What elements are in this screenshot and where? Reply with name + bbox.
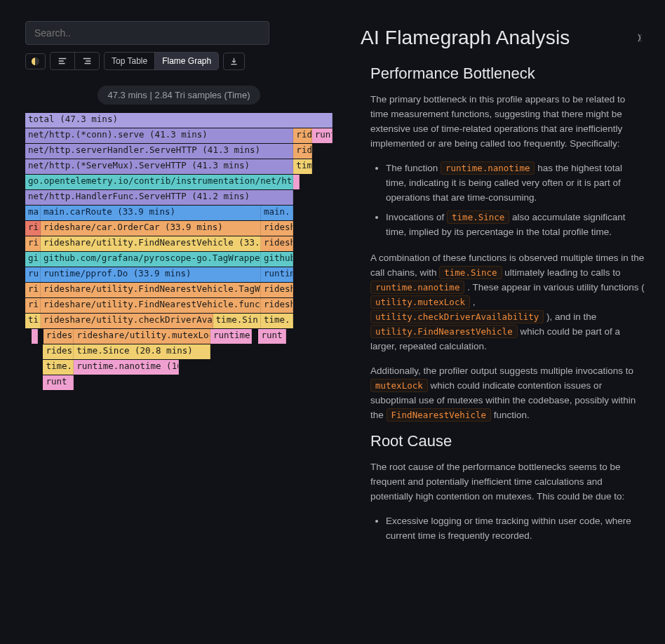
flame-cell[interactable]: ri [25, 298, 41, 313]
flame-cell[interactable]: runtim [261, 267, 293, 282]
flame-cell[interactable]: time. [261, 314, 293, 328]
flamegraph[interactable]: total (47.3 mins)net/http.(*conn).serve … [25, 113, 332, 390]
flame-cell[interactable]: ridesh [43, 329, 74, 344]
list-item: Excessive logging or time tracking withi… [386, 514, 645, 544]
flame-cell[interactable]: ri [25, 221, 41, 236]
flame-cell[interactable]: github.com/grafana/pyroscope-go.TagWrapp… [41, 252, 261, 267]
flame-cell[interactable]: net/http.(*conn).serve (41.3 mins) [25, 128, 293, 143]
list-item: The function runtime.nanotime has the hi… [386, 161, 645, 206]
flame-cell[interactable]: rid [293, 144, 311, 159]
search-input[interactable] [25, 21, 269, 45]
flame-cell[interactable]: gi [25, 252, 41, 267]
flame-cell[interactable] [32, 329, 38, 344]
top-table-tab[interactable]: Top Table [105, 53, 155, 69]
align-left-icon [58, 56, 67, 66]
flame-row: runt [25, 375, 332, 390]
flame-cell[interactable]: ridesh [261, 298, 293, 313]
flame-cell[interactable]: rid [293, 128, 311, 143]
align-left-button[interactable] [51, 53, 75, 69]
align-right-button[interactable] [75, 53, 99, 69]
paragraph: A combination of these functions is obse… [370, 251, 645, 354]
flame-cell[interactable]: runtime.nanotime (16. [74, 360, 179, 375]
half-circle-icon [32, 58, 39, 65]
flame-row: rirideshare/utility.FindNearestVehicle.T… [25, 283, 332, 297]
flame-cell[interactable]: time. [43, 360, 74, 375]
flame-row: total (47.3 mins) [25, 113, 332, 128]
flame-cell[interactable]: runtime/pprof.Do (33.9 mins) [41, 267, 261, 282]
flame-graph-tab[interactable]: Flame Graph [155, 53, 218, 69]
flame-cell[interactable]: rideshare/utility.FindNearestVehicle (33… [41, 236, 261, 251]
code-inline: time.Since [439, 266, 502, 279]
paragraph: Additionally, the profiler output sugges… [370, 364, 645, 423]
flame-row: gigithub.com/grafana/pyroscope-go.TagWra… [25, 252, 332, 267]
flame-row: ruruntime/pprof.Do (33.9 mins)runtim [25, 267, 332, 282]
flame-cell[interactable] [293, 175, 300, 189]
bullet-list: The function runtime.nanotime has the hi… [370, 161, 645, 241]
flame-cell[interactable]: rideshare/car.OrderCar (33.9 mins) [41, 221, 261, 236]
flame-row: tirideshare/utility.checkDriverAvaitime.… [25, 314, 332, 328]
flame-cell[interactable]: github [261, 252, 293, 267]
flame-row: mamain.carRoute (33.9 mins)main. [25, 206, 332, 220]
download-button[interactable] [223, 53, 245, 70]
flame-cell[interactable]: net/http.HandlerFunc.ServeHTTP (41.2 min… [25, 190, 293, 205]
color-group [25, 53, 46, 69]
flame-cell[interactable]: main.carRoute (33.9 mins) [41, 206, 261, 220]
toolbar: Top Table Flame Graph [25, 52, 332, 70]
flame-row: rirideshare/utility.FindNearestVehicle (… [25, 236, 332, 251]
code-inline: time.Since [447, 210, 509, 224]
analysis-panel: AI Flamegraph Analysis Performance Bottl… [344, 0, 665, 644]
flame-cell[interactable]: ridesh [261, 221, 293, 236]
flame-cell[interactable]: total (47.3 mins) [25, 113, 332, 128]
flame-cell[interactable]: rideshare/utility.checkDriverAvai [41, 314, 213, 328]
flame-cell[interactable]: rideshare/utility.mutexLock [74, 329, 210, 344]
download-icon [229, 57, 239, 66]
code-inline: utility.checkDriverAvailability [370, 310, 544, 323]
code-inline: utility.mutexLock [370, 295, 470, 309]
flame-cell[interactable]: runt [43, 375, 74, 390]
flame-cell[interactable]: runtime [210, 329, 253, 344]
flame-cell[interactable]: tim [293, 159, 311, 174]
flamegraph-panel: Top Table Flame Graph 47.3 mins | 2.84 T… [0, 0, 344, 644]
flame-cell[interactable]: net/http.serverHandler.ServeHTTP (41.3 m… [25, 144, 293, 159]
analysis-title: AI Flamegraph Analysis [361, 27, 570, 49]
flame-row: rideshrideshare/utility.mutexLockruntime… [25, 329, 332, 344]
flame-row: time.runtime.nanotime (16. [25, 360, 332, 375]
flame-cell[interactable]: rideshare/utility.FindNearestVehicle.fun… [41, 298, 261, 313]
flame-cell[interactable]: ri [25, 236, 41, 251]
analysis-content: Performance BottleneckThe primary bottle… [361, 65, 645, 544]
flame-cell[interactable]: time.Since (20.8 mins) [74, 344, 210, 359]
collapse-icon[interactable] [634, 32, 645, 43]
flame-cell[interactable]: runt [258, 329, 286, 344]
flame-row: net/http.(*ServeMux).ServeHTTP (41.3 min… [25, 159, 332, 174]
flame-cell[interactable]: ri [25, 283, 41, 297]
flame-cell[interactable]: rideshare/utility.FindNearestVehicle.Tag… [41, 283, 261, 297]
flame-cell[interactable]: ridesh [43, 344, 74, 359]
flame-cell[interactable]: ru [25, 267, 41, 282]
code-inline: FindNearestVehicle [387, 408, 491, 422]
section-heading: Root Cause [370, 432, 645, 450]
section-heading: Performance Bottleneck [370, 65, 645, 83]
flame-cell[interactable]: ti [25, 314, 41, 328]
flame-cell[interactable]: ridesh [261, 283, 293, 297]
flame-cell[interactable]: runt [312, 128, 332, 143]
flame-cell[interactable]: net/http.(*ServeMux).ServeHTTP (41.3 min… [25, 159, 293, 174]
list-item: Invocations of time.Since also accumulat… [386, 210, 645, 240]
flame-row: net/http.HandlerFunc.ServeHTTP (41.2 min… [25, 190, 332, 205]
align-right-icon [82, 56, 92, 66]
paragraph: The root cause of the performance bottle… [370, 460, 645, 504]
flame-cell[interactable]: time.Sin [213, 314, 261, 328]
flame-cell[interactable]: ridesh [261, 236, 293, 251]
stats-bar: 47.3 mins | 2.84 Tri samples (Time) [98, 86, 260, 105]
flame-cell[interactable] [252, 329, 258, 344]
code-inline: utility.FindNearestVehicle [370, 325, 518, 338]
flame-row: rirideshare/utility.FindNearestVehicle.f… [25, 298, 332, 313]
flame-row: net/http.(*conn).serve (41.3 mins)ridrun… [25, 128, 332, 143]
bullet-list: Excessive logging or time tracking withi… [370, 514, 645, 544]
flame-row: go.opentelemetry.io/contrib/instrumentat… [25, 175, 332, 189]
flame-cell[interactable]: main. [261, 206, 293, 220]
flame-cell[interactable]: ma [25, 206, 41, 220]
color-toggle-button[interactable] [26, 54, 45, 69]
flame-cell[interactable]: go.opentelemetry.io/contrib/instrumentat… [25, 175, 293, 189]
view-group [50, 52, 100, 70]
flame-row: rirideshare/car.OrderCar (33.9 mins)ride… [25, 221, 332, 236]
